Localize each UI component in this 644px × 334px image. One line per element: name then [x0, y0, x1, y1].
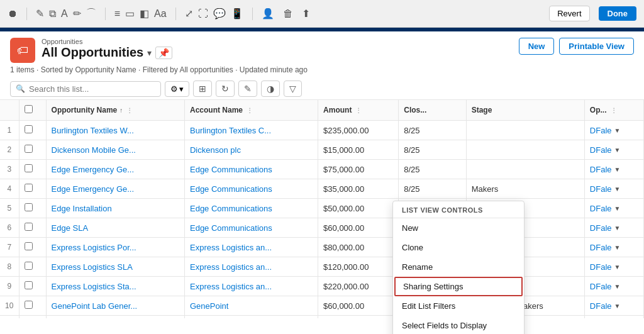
row-check-5[interactable]: [19, 199, 46, 218]
refresh-button[interactable]: ↻: [216, 81, 235, 97]
comment-icon[interactable]: 💬: [213, 8, 226, 19]
select-all-checkbox[interactable]: [25, 105, 33, 113]
account-link-3[interactable]: Edge Communications: [190, 165, 272, 174]
text-icon[interactable]: A: [61, 8, 68, 19]
opportunity-link-6[interactable]: Edge SLA: [52, 223, 89, 233]
owner-link-10[interactable]: DFale: [590, 301, 612, 311]
expand-icon[interactable]: ⤢: [185, 8, 193, 19]
grid-view-button[interactable]: ⊞: [193, 81, 212, 97]
row-check-11[interactable]: [19, 316, 46, 319]
row-check-10[interactable]: [19, 296, 46, 316]
row-check-4[interactable]: [19, 179, 46, 199]
share-icon[interactable]: ⬆: [302, 8, 310, 19]
account-link-9[interactable]: Express Logistics an...: [190, 282, 272, 291]
record-icon[interactable]: ⏺: [8, 8, 18, 19]
col-account-resize[interactable]: ⋮: [247, 107, 253, 114]
done-button[interactable]: Done: [599, 6, 637, 21]
dropdown-item-6[interactable]: Select Fields to Display: [393, 316, 524, 334]
account-link-4[interactable]: Edge Communications: [190, 184, 272, 194]
owner-link-6[interactable]: DFale: [590, 223, 612, 233]
phone-icon[interactable]: 📱: [231, 8, 243, 19]
crop-icon[interactable]: ⛶: [198, 8, 208, 19]
sort-asc-icon[interactable]: ↑: [119, 107, 123, 114]
col-amount-resize[interactable]: ⋮: [355, 107, 362, 114]
revert-button[interactable]: Revert: [549, 6, 589, 21]
dropdown-item-1[interactable]: New: [393, 218, 524, 238]
opportunity-link-8[interactable]: Express Logistics SLA: [52, 262, 133, 272]
stamp-icon[interactable]: ⌒: [86, 7, 96, 20]
col-opportunity-resize[interactable]: ⋮: [126, 107, 133, 114]
row-check-6[interactable]: [19, 218, 46, 238]
account-link-8[interactable]: Express Logistics an...: [190, 262, 272, 272]
row-dropdown-arrow-3[interactable]: ▼: [614, 166, 621, 173]
edit-icon[interactable]: ✏: [73, 8, 81, 19]
row-checkbox-5[interactable]: [25, 203, 33, 211]
font-size-icon[interactable]: Aa: [154, 8, 167, 19]
edit-columns-button[interactable]: ✎: [238, 81, 257, 97]
row-dropdown-arrow-10[interactable]: ▼: [614, 303, 621, 309]
owner-link-3[interactable]: DFale: [590, 165, 612, 174]
color-icon[interactable]: ◧: [140, 8, 149, 19]
layers-icon[interactable]: ⧉: [49, 8, 56, 19]
row-checkbox-4[interactable]: [25, 184, 33, 192]
owner-link-1[interactable]: DFale: [590, 126, 612, 135]
dropdown-item-4[interactable]: Sharing Settings: [394, 277, 523, 296]
opportunity-link-1[interactable]: Burlington Textiles W...: [52, 126, 134, 135]
pin-icon[interactable]: 📌: [155, 47, 172, 59]
col-check[interactable]: [19, 100, 46, 121]
opportunity-link-9[interactable]: Express Logistics Sta...: [52, 282, 136, 291]
row-checkbox-8[interactable]: [25, 262, 33, 270]
row-checkbox-6[interactable]: [25, 223, 33, 231]
dropdown-item-2[interactable]: Clone: [393, 238, 524, 257]
dropdown-item-3[interactable]: Rename: [393, 257, 524, 277]
row-dropdown-arrow-2[interactable]: ▼: [614, 147, 621, 153]
row-checkbox-10[interactable]: [25, 301, 33, 309]
row-dropdown-arrow-4[interactable]: ▼: [614, 186, 621, 192]
row-checkbox-2[interactable]: [25, 145, 33, 153]
opportunity-link-4[interactable]: Edge Emergency Ge...: [52, 184, 135, 194]
filter-button[interactable]: ▽: [284, 81, 302, 97]
gear-button[interactable]: ⚙ ▾: [165, 81, 189, 97]
row-check-2[interactable]: [19, 140, 46, 160]
opportunity-link-3[interactable]: Edge Emergency Ge...: [52, 165, 135, 174]
row-dropdown-arrow-9[interactable]: ▼: [614, 283, 621, 290]
opportunity-link-5[interactable]: Edge Installation: [52, 204, 112, 213]
row-check-8[interactable]: [19, 257, 46, 277]
row-dropdown-arrow-6[interactable]: ▼: [614, 225, 621, 231]
row-dropdown-arrow-5[interactable]: ▼: [614, 205, 621, 212]
row-checkbox-9[interactable]: [25, 281, 33, 289]
align-icon[interactable]: ≡: [114, 8, 120, 19]
new-button[interactable]: New: [519, 38, 555, 55]
owner-link-8[interactable]: DFale: [590, 262, 612, 272]
user-circle-icon[interactable]: 👤: [262, 8, 274, 19]
account-link-2[interactable]: Dickenson plc: [190, 145, 241, 155]
row-check-3[interactable]: [19, 160, 46, 179]
account-link-7[interactable]: Express Logistics an...: [190, 243, 272, 252]
row-dropdown-arrow-8[interactable]: ▼: [614, 264, 621, 270]
search-input[interactable]: [29, 84, 155, 94]
rect-icon[interactable]: ▭: [125, 8, 135, 19]
owner-link-7[interactable]: DFale: [590, 243, 612, 252]
row-checkbox-1[interactable]: [25, 125, 33, 133]
row-check-1[interactable]: [19, 121, 46, 140]
owner-link-4[interactable]: DFale: [590, 184, 612, 194]
trash-icon[interactable]: 🗑: [283, 8, 293, 19]
owner-link-9[interactable]: DFale: [590, 282, 612, 291]
chart-button[interactable]: ◑: [261, 81, 280, 97]
account-link-10[interactable]: GenePoint: [190, 301, 228, 311]
row-check-7[interactable]: [19, 238, 46, 257]
account-link-6[interactable]: Edge Communications: [190, 223, 272, 233]
row-dropdown-arrow-1[interactable]: ▼: [614, 127, 621, 134]
col-owner-resize[interactable]: ⋮: [611, 107, 617, 114]
printable-view-button[interactable]: Printable View: [559, 38, 634, 55]
account-link-5[interactable]: Edge Communications: [190, 204, 272, 213]
opportunity-link-10[interactable]: GenePoint Lab Gener...: [52, 301, 138, 311]
pen-icon[interactable]: ✎: [36, 8, 44, 19]
opportunity-link-2[interactable]: Dickenson Mobile Ge...: [52, 145, 136, 155]
dropdown-item-5[interactable]: Edit List Filters: [393, 296, 524, 316]
row-dropdown-arrow-7[interactable]: ▼: [614, 244, 621, 251]
opportunity-link-7[interactable]: Express Logistics Por...: [52, 243, 136, 252]
row-check-9[interactable]: [19, 277, 46, 296]
title-chevron-icon[interactable]: ▾: [147, 48, 152, 58]
row-checkbox-7[interactable]: [25, 242, 33, 250]
